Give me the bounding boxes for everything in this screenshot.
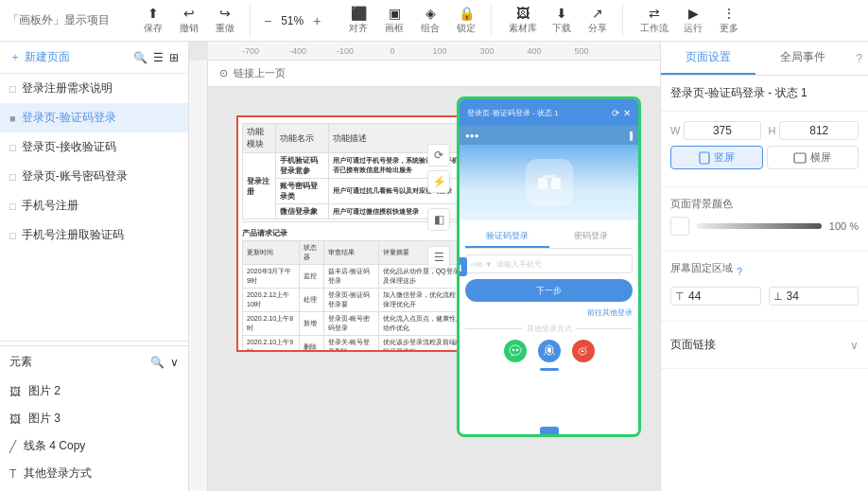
color-swatch[interactable] xyxy=(670,217,689,236)
page-link-label: 页面链接 xyxy=(670,337,716,353)
scroll-handle-left[interactable]: ◀ xyxy=(457,257,467,276)
page-item[interactable]: □ 登录注册需求说明 xyxy=(0,74,188,103)
element-label-2: 线条 4 Copy xyxy=(24,438,85,454)
page-list: □ 登录注册需求说明 ■ 登录页-验证码登录 □ 登录页-接收验证码 □ 登录页… xyxy=(0,74,188,337)
interactions-icon[interactable]: ⚡ xyxy=(427,170,450,193)
page-item-5[interactable]: □ 手机号注册取验证码 xyxy=(0,220,188,250)
wechat-button[interactable] xyxy=(504,340,527,362)
width-input[interactable]: 375 xyxy=(684,121,760,140)
share-button[interactable]: ↗ 分享 xyxy=(581,4,615,37)
rec0-time: 2020年3月下午9时 xyxy=(243,265,300,289)
other-login-link[interactable]: 前往其他登录 xyxy=(465,307,633,318)
align-button[interactable]: ⬛ 对齐 xyxy=(341,4,375,37)
landscape-button[interactable]: 横屏 xyxy=(767,146,859,169)
social-buttons xyxy=(465,340,633,362)
align-group: ⬛ 对齐 ▣ 画框 ◈ 组合 🔒 锁定 xyxy=(334,4,492,37)
tab-password[interactable]: 密码登录 xyxy=(549,226,634,248)
layers-icon[interactable]: ☰ xyxy=(427,246,450,269)
zoom-out-button[interactable]: − xyxy=(262,11,273,30)
register-section-label: 登录注册 xyxy=(243,153,276,219)
add-page-button[interactable]: ＋ 新建页面 xyxy=(9,49,70,65)
svg-rect-10 xyxy=(700,152,709,164)
height-label: H xyxy=(769,125,776,136)
layout-button[interactable]: ▣ 画框 xyxy=(377,4,411,37)
search-icon[interactable]: 🔍 xyxy=(133,51,148,64)
run-button[interactable]: ▶ 运行 xyxy=(676,4,710,37)
ruler-mark-6: 400 xyxy=(511,46,558,56)
assets-icon: 🖼 xyxy=(516,6,529,21)
tab-page-settings[interactable]: 页面设置 xyxy=(661,42,755,75)
fixed-area-help-icon[interactable]: ? xyxy=(737,266,742,277)
tab-verification[interactable]: 验证码登录 xyxy=(465,226,549,248)
redo-button[interactable]: ↪ 重做 xyxy=(208,4,242,37)
page-item-3[interactable]: □ 登录页-账号密码登录 xyxy=(0,162,188,191)
redo-label: 重做 xyxy=(216,22,234,35)
qq-button[interactable] xyxy=(538,340,561,362)
page-item-label-5: 手机号注册取验证码 xyxy=(22,227,124,243)
page-item-4[interactable]: □ 手机号注册 xyxy=(0,191,188,220)
undo-button[interactable]: ↩ 撤销 xyxy=(172,4,206,37)
canvas-work-area[interactable]: 功能模块 功能名示 功能描述 优先级 登录注册 手机验证 xyxy=(208,87,660,491)
refresh-side-icon[interactable]: ⟳ xyxy=(427,144,450,167)
elements-expand-icon[interactable]: ∨ xyxy=(170,356,179,369)
country-code: +86 ▼ xyxy=(470,260,493,269)
zoom-in-button[interactable]: + xyxy=(311,11,322,30)
more-button[interactable]: ⋮ 更多 xyxy=(712,4,746,37)
page-item-active[interactable]: ■ 登录页-验证码登录 xyxy=(0,103,188,132)
rec1-time: 2020.2.12上午10时 xyxy=(243,289,300,312)
link-row[interactable]: 页面链接 ∨ xyxy=(670,331,859,359)
list-view-icon[interactable]: ☰ xyxy=(153,51,164,64)
page-icon-4: □ xyxy=(9,201,16,212)
breadcrumb-text: 链接上一页 xyxy=(234,66,286,80)
phone-frame: ◀ ▼ 登录页-验证码登录 - 状态 1 ⟳ ✕ xyxy=(457,96,641,437)
weibo-icon xyxy=(577,344,590,358)
divider-label: 其他登录方式 xyxy=(527,324,572,334)
component-icon[interactable]: ◧ xyxy=(427,208,450,231)
save-button[interactable]: ⬆ 保存 xyxy=(136,4,170,37)
ruler-mark-4: 100 xyxy=(416,46,463,56)
canvas-area: -700 -400 -100 0 100 300 400 500 ⊙ 链接上一页 xyxy=(189,42,660,491)
elements-header: 元素 🔍 ∨ xyxy=(0,346,188,377)
ruler-marks: -700 -400 -100 0 100 300 400 500 xyxy=(208,46,605,56)
redo-icon: ↪ xyxy=(219,6,231,21)
assets-button[interactable]: 🖼 素材库 xyxy=(503,4,543,37)
ruler-mark-3: 0 xyxy=(369,46,416,56)
weibo-button[interactable] xyxy=(572,340,595,362)
combine-button[interactable]: ◈ 组合 xyxy=(413,4,447,37)
svg-rect-2 xyxy=(543,175,556,178)
toolbar: 「画板外」显示项目 ⬆ 保存 ↩ 撤销 ↪ 重做 − 51% + ⬛ 对齐 ▣ … xyxy=(0,0,868,42)
download-button[interactable]: ⬇ 下载 xyxy=(545,4,579,37)
element-item-2[interactable]: ╱ 线条 4 Copy xyxy=(0,432,188,460)
canvas-ruler-vertical xyxy=(189,61,208,491)
fixed-bottom-value[interactable]: 34 xyxy=(787,289,799,303)
next-button[interactable]: 下一步 xyxy=(465,279,633,302)
color-slider[interactable] xyxy=(697,223,822,229)
help-icon[interactable]: ? xyxy=(850,52,868,65)
element-item-1[interactable]: 🖼 图片 3 xyxy=(0,405,188,432)
scroll-handle-bottom[interactable]: ▼ xyxy=(540,427,559,437)
row0-feature: 手机验证码登录意参 xyxy=(275,153,329,179)
page-item-2[interactable]: □ 登录页-接收验证码 xyxy=(0,132,188,162)
tab-global-events[interactable]: 全局事件 xyxy=(755,42,850,75)
lock-button[interactable]: 🔒 锁定 xyxy=(449,4,483,37)
elements-search-icon[interactable]: 🔍 xyxy=(150,356,165,369)
fixed-area-section: 屏幕固定区域 ? ⊤ 44 ⊥ 34 xyxy=(661,252,868,322)
portrait-button[interactable]: 竖屏 xyxy=(670,146,763,169)
grid-view-icon[interactable]: ⊞ xyxy=(169,51,179,64)
workflow-button[interactable]: ⇄ 工作流 xyxy=(634,4,674,37)
fixed-top-value[interactable]: 44 xyxy=(688,289,701,303)
element-item-3[interactable]: T 其他登录方式 xyxy=(0,460,188,487)
height-input[interactable]: 812 xyxy=(779,121,859,140)
col-header-feature: 功能名示 xyxy=(275,124,329,153)
rec0-status: 监控 xyxy=(300,265,324,289)
fixed-area-row: ⊤ 44 ⊥ 34 xyxy=(670,287,859,306)
zoom-value[interactable]: 51% xyxy=(277,14,307,27)
phone-number-input[interactable]: +86 ▼ 请输入手机号 xyxy=(465,254,633,273)
portrait-icon xyxy=(699,151,710,165)
lock-icon: 🔒 xyxy=(459,6,475,21)
ruler-mark-7: 500 xyxy=(558,46,605,56)
plus-icon: ＋ xyxy=(9,49,21,65)
right-side-icons: ⟳ ⚡ ◧ ☰ xyxy=(427,144,450,269)
element-item-0[interactable]: 🖼 图片 2 xyxy=(0,377,188,405)
assets-group: 🖼 素材库 ⬇ 下载 ↗ 分享 xyxy=(495,4,623,37)
